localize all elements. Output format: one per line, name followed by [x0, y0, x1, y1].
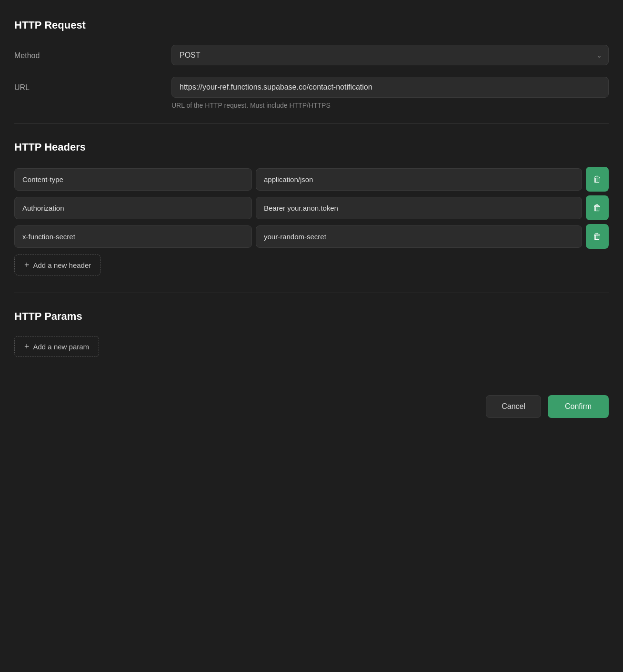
header-row: 🗑 — [14, 167, 609, 192]
method-control: POST GET PUT PATCH DELETE ⌄ — [171, 45, 609, 65]
add-header-label: Add a new header — [33, 261, 91, 269]
header-row: 🗑 — [14, 224, 609, 249]
delete-header-button-0[interactable]: 🗑 — [586, 167, 609, 192]
add-param-button[interactable]: + Add a new param — [14, 336, 99, 357]
footer: Cancel Confirm — [14, 395, 609, 437]
confirm-button[interactable]: Confirm — [548, 395, 609, 418]
delete-header-button-1[interactable]: 🗑 — [586, 195, 609, 220]
header-value-input-0[interactable] — [256, 168, 582, 191]
header-value-input-1[interactable] — [256, 197, 582, 219]
header-key-input-0[interactable] — [14, 168, 252, 191]
plus-icon: + — [24, 342, 30, 351]
trash-icon: 🗑 — [593, 174, 602, 184]
section-divider-2 — [14, 293, 609, 293]
url-input[interactable] — [171, 77, 609, 98]
method-row: Method POST GET PUT PATCH DELETE ⌄ — [14, 45, 609, 65]
delete-header-button-2[interactable]: 🗑 — [586, 224, 609, 249]
cancel-button[interactable]: Cancel — [486, 395, 541, 418]
url-label: URL — [14, 77, 171, 92]
trash-icon: 🗑 — [593, 232, 602, 242]
header-row: 🗑 — [14, 195, 609, 220]
headers-section: HTTP Headers 🗑 🗑 🗑 + Add a new header — [14, 141, 609, 275]
url-row: URL URL of the HTTP request. Must includ… — [14, 77, 609, 109]
plus-icon: + — [24, 261, 30, 269]
params-title: HTTP Params — [14, 310, 609, 323]
params-section: HTTP Params + Add a new param — [14, 310, 609, 357]
add-param-label: Add a new param — [33, 343, 90, 351]
url-control: URL of the HTTP request. Must include HT… — [171, 77, 609, 109]
method-label: Method — [14, 45, 171, 60]
header-key-input-2[interactable] — [14, 225, 252, 248]
header-value-input-2[interactable] — [256, 225, 582, 248]
method-select[interactable]: POST GET PUT PATCH DELETE — [171, 45, 609, 65]
url-hint: URL of the HTTP request. Must include HT… — [171, 102, 609, 109]
headers-title: HTTP Headers — [14, 141, 609, 153]
header-key-input-1[interactable] — [14, 197, 252, 219]
add-header-button[interactable]: + Add a new header — [14, 255, 101, 275]
method-select-wrapper: POST GET PUT PATCH DELETE ⌄ — [171, 45, 609, 65]
page-title: HTTP Request — [14, 19, 609, 31]
section-divider — [14, 123, 609, 124]
trash-icon: 🗑 — [593, 203, 602, 213]
